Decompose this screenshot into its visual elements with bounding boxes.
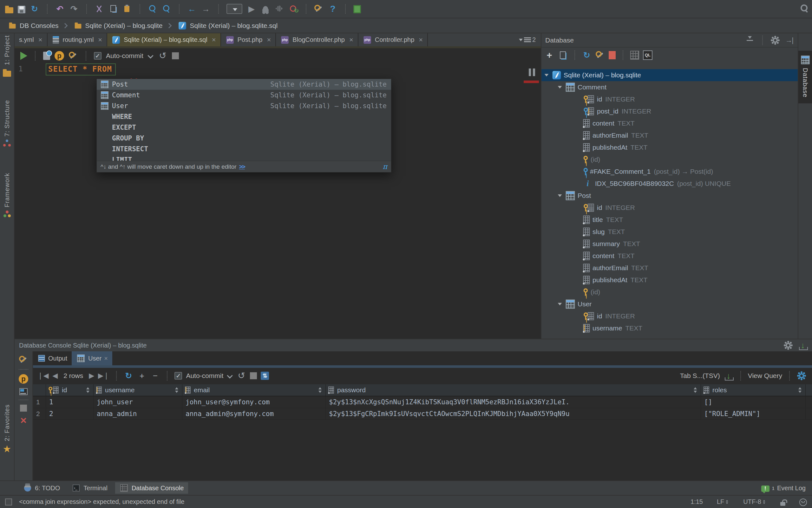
table-cell[interactable]: $2y$13$FgCRpImk9IsUVsqvctCtAOwcmS2PLQInK… — [326, 408, 701, 420]
tree-row[interactable]: idINTEGER — [541, 93, 798, 105]
completion-item[interactable]: PostSqlite (Xerial) – blog.sqlite — [97, 79, 391, 90]
table-row[interactable]: 11john_userjohn_user@symfony.com$2y$13$n… — [33, 396, 812, 408]
hidden-tabs-button[interactable]: 2 — [519, 33, 541, 46]
tree-row[interactable]: titleTEXT — [541, 214, 798, 226]
table-gray-icon[interactable] — [630, 51, 639, 59]
sql-editor[interactable]: Auto-commit ↺ 1 SELECT * FROM PostSqlite… — [14, 48, 541, 339]
table-cell[interactable]: 1 — [46, 396, 93, 408]
settings-wrench-icon[interactable] — [19, 355, 28, 365]
expand-arrow-icon[interactable] — [558, 86, 562, 88]
event-log-button[interactable]: 1 Event Log — [761, 484, 806, 492]
tree-row[interactable]: Post — [541, 189, 798, 202]
toolwindow-button----todo[interactable]: 6: TODO — [19, 482, 65, 494]
next-page-icon[interactable]: ▶ — [89, 372, 94, 380]
editor-tab[interactable]: Post.php× — [221, 33, 276, 46]
breadcrumb-item[interactable]: DB Consoles — [6, 22, 61, 30]
close-icon[interactable]: × — [267, 36, 271, 44]
console-tab-output[interactable]: Output — [33, 351, 72, 365]
close-icon[interactable]: × — [349, 36, 353, 44]
tree-row[interactable]: summaryTEXT — [541, 238, 798, 250]
table-cell[interactable]: anna_admin — [93, 408, 182, 420]
reload-icon[interactable]: ↻ — [124, 371, 133, 381]
sort-icon[interactable] — [693, 386, 697, 394]
tree-row[interactable]: idINTEGER — [541, 310, 798, 322]
run-gray-icon[interactable]: ▶ — [247, 4, 256, 14]
tree-row[interactable]: iIDX_5BC96BF04B89032C(post_id) UNIQUE — [541, 178, 798, 189]
undo-icon[interactable]: ↶ — [55, 4, 65, 14]
completion-item[interactable]: EXCEPT — [97, 122, 391, 133]
toolwindow-button-terminal[interactable]: Terminal — [68, 482, 112, 494]
toolwindow-toggle-icon[interactable] — [5, 499, 12, 505]
hide-panel-icon[interactable] — [784, 36, 794, 45]
column-header-username[interactable]: username — [93, 384, 182, 396]
editor-tab[interactable]: s.yml× — [14, 33, 48, 46]
close-icon[interactable]: × — [104, 355, 108, 362]
tree-row[interactable]: Sqlite (Xerial) – blog.sqlite — [541, 69, 798, 81]
submit-changes-icon[interactable] — [261, 372, 269, 380]
caret-position[interactable]: 1:15 — [691, 498, 703, 505]
cut-icon[interactable] — [94, 4, 104, 14]
stop-red-icon[interactable] — [609, 51, 616, 59]
pin-window-icon[interactable] — [19, 388, 28, 395]
editor-tab[interactable]: Sqlite (Xerial) – blog.sqlite.sql× — [107, 33, 221, 46]
tree-row[interactable]: contentTEXT — [541, 117, 798, 129]
unlock-icon[interactable] — [780, 502, 785, 506]
tree-row[interactable]: slugTEXT — [541, 226, 798, 238]
breadcrumb-item[interactable]: Sqlite (Xerial) – blog.sqlite.sql — [175, 21, 280, 30]
delete-row-icon[interactable]: − — [150, 371, 160, 381]
error-stripe-mark[interactable] — [524, 81, 539, 83]
table-cell[interactable]: john_user@symfony.com — [182, 396, 326, 408]
completion-item[interactable]: CommentSqlite (Xerial) – blog.sqlite — [97, 90, 391, 100]
column-header-email[interactable]: email — [182, 384, 326, 396]
plusmenu-icon[interactable] — [544, 50, 554, 60]
close-icon[interactable]: × — [38, 36, 42, 44]
sync-icon[interactable]: ↻ — [30, 4, 39, 14]
back-icon[interactable]: ← — [187, 4, 197, 14]
database-tree[interactable]: Sqlite (Xerial) – blog.sqliteCommentidIN… — [541, 62, 798, 339]
editor-tab[interactable]: routing.yml× — [48, 33, 108, 46]
stripe-tab----project[interactable]: 1: Project — [0, 35, 14, 77]
tree-row[interactable]: User — [541, 298, 798, 310]
tree-row[interactable]: authorEmailTEXT — [541, 129, 798, 141]
gear-icon[interactable] — [783, 341, 793, 350]
forward-icon[interactable]: → — [201, 4, 211, 14]
column-header-roles[interactable]: roles — [701, 384, 806, 396]
help-icon[interactable]: ? — [328, 4, 337, 14]
chevron-down-icon[interactable] — [227, 373, 233, 379]
paste-icon[interactable] — [122, 4, 132, 14]
close-icon[interactable]: × — [212, 36, 216, 44]
run-statement-icon[interactable] — [20, 52, 27, 60]
expand-arrow-icon[interactable] — [544, 74, 549, 76]
sort-icon[interactable] — [318, 386, 322, 394]
tree-row[interactable]: publishedAtTEXT — [541, 274, 798, 286]
close-icon[interactable]: × — [419, 36, 423, 44]
table-cell[interactable]: john_user — [93, 396, 182, 408]
completion-item[interactable]: LIMIT — [97, 155, 391, 161]
completion-list[interactable]: PostSqlite (Xerial) – blog.sqliteComment… — [97, 79, 391, 161]
completion-item[interactable]: UserSqlite (Xerial) – blog.sqlite — [97, 100, 391, 111]
dump-icon[interactable]: ↓ — [798, 341, 808, 350]
column-header-id[interactable]: id — [46, 384, 93, 396]
wrench-icon[interactable] — [314, 4, 324, 14]
table-cell[interactable]: $2y$13$nXcXgsQSnNuj1Z4KibTSKuaq3V0flRNM5… — [326, 396, 701, 408]
table-row[interactable]: 22anna_adminanna_admin@symfony.com$2y$13… — [33, 408, 812, 420]
sync-icon[interactable]: ↻ — [582, 50, 592, 60]
table-cell[interactable]: [] — [701, 396, 806, 408]
line-ending[interactable]: LF — [717, 498, 724, 505]
encoding[interactable]: UTF-8 — [743, 498, 761, 505]
completion-item[interactable]: GROUP BY — [97, 133, 391, 144]
search-everywhere-icon[interactable] — [799, 3, 809, 13]
tree-row[interactable]: Comment — [541, 81, 798, 93]
memory-icon[interactable] — [353, 5, 361, 13]
tree-row[interactable]: (id) — [541, 286, 798, 298]
prev-page-icon[interactable]: ◀ — [52, 372, 58, 380]
editor-tab[interactable]: Controller.php× — [358, 33, 428, 46]
rerun-icon[interactable] — [289, 4, 298, 14]
console-tab-user[interactable]: User× — [72, 351, 112, 365]
runconfig-icon[interactable] — [227, 4, 242, 14]
sort-icon[interactable] — [174, 386, 179, 394]
tree-row[interactable]: usernameTEXT — [541, 322, 798, 334]
rollback-icon[interactable]: ↺ — [158, 51, 167, 60]
revert-icon[interactable]: ↺ — [237, 371, 246, 381]
console-settings-icon[interactable] — [69, 51, 78, 60]
